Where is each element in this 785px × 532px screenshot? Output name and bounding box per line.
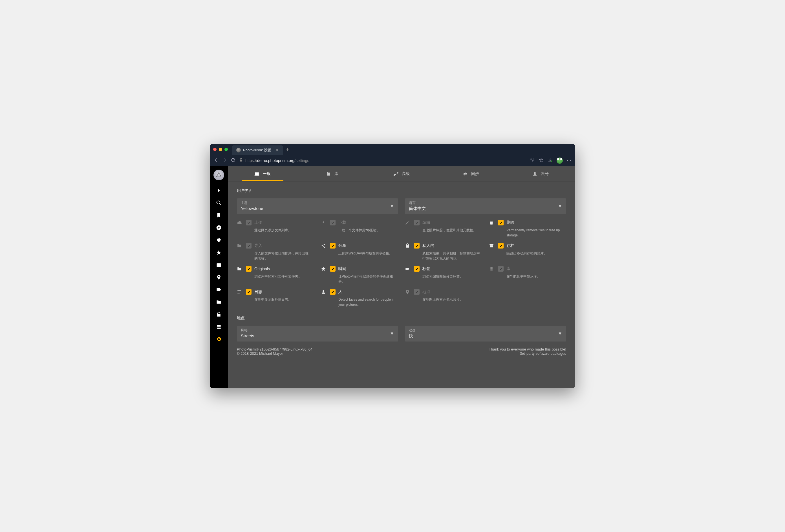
checkbox-upload[interactable] [246, 220, 252, 225]
checkbox-originals[interactable] [246, 266, 252, 272]
option-label: 地点 [422, 289, 430, 294]
svg-point-2 [551, 160, 552, 162]
checkbox-people[interactable] [330, 289, 335, 295]
style-select[interactable]: 风格 Streets ▼ [237, 326, 398, 342]
sidebar-videos[interactable] [213, 222, 224, 233]
checkbox-places[interactable] [414, 289, 420, 295]
browser-tab-active[interactable]: PhotoPrism: 设置 × [232, 145, 283, 155]
app-container: 一般 库 高级 同步 账号 [210, 166, 575, 388]
footer: PhotoPrism® 210526-65b77982-Linux-x86_64… [237, 347, 566, 355]
tab-label: 账号 [541, 171, 549, 177]
select-label: 动画 [409, 328, 562, 333]
profile-avatar[interactable] [557, 158, 563, 164]
option-delete: 删除 Permanently remove files to free up s… [489, 220, 566, 238]
option-label: Originals [254, 267, 270, 271]
option-desc: 浏览库中的索引文件和文件夹。 [254, 274, 314, 279]
close-tab-icon[interactable]: × [276, 148, 278, 153]
sidebar [210, 166, 228, 388]
favicon [236, 148, 241, 153]
checkbox-labels[interactable] [414, 266, 420, 272]
svg-point-11 [323, 290, 324, 292]
main-content: 一般 库 高级 同步 账号 [228, 166, 575, 388]
checkbox-edit[interactable] [414, 220, 420, 225]
version-text: PhotoPrism® 210526-65b77982-Linux-x86_64 [237, 347, 312, 351]
option-label: 人 [338, 289, 342, 294]
theme-select[interactable]: 主题 Yellowstone ▼ [237, 198, 398, 214]
sidebar-settings[interactable] [213, 334, 224, 345]
tab-general[interactable]: 一般 [228, 166, 297, 181]
app-logo[interactable] [213, 170, 224, 180]
back-button[interactable] [214, 158, 219, 164]
option-moments: 瞬间 让PhotoPrism根据过去的事件创建相册。 [321, 266, 398, 284]
forward-button[interactable] [222, 158, 227, 164]
animation-select[interactable]: 动画 快 ▼ [405, 326, 566, 342]
browser-window: PhotoPrism: 设置 × + https://demo.photopri… [210, 144, 575, 388]
checkbox-library[interactable] [498, 266, 504, 272]
sidebar-favorites[interactable] [213, 235, 224, 246]
checkbox-download[interactable] [330, 220, 335, 225]
sidebar-labels[interactable] [213, 284, 224, 295]
sidebar-library[interactable] [213, 321, 224, 332]
select-value: 快 [409, 334, 562, 339]
person-icon [321, 289, 327, 307]
favorite-icon[interactable] [538, 158, 543, 164]
select-label: 风格 [241, 328, 394, 333]
option-desc: 导入的文件将按日期排序，并给出唯一的名称。 [254, 251, 314, 261]
tab-account[interactable]: 账号 [506, 166, 575, 181]
minimize-window[interactable] [219, 148, 222, 151]
close-window[interactable] [213, 148, 217, 151]
sidebar-places[interactable] [213, 272, 224, 283]
language-select[interactable]: 语言 简体中文 ▼ [405, 198, 566, 214]
option-label: 分享 [338, 243, 346, 248]
option-people: 人 Detect faces and search for people in … [321, 289, 398, 307]
section-ui-title: 用户界面 [237, 188, 566, 193]
checkbox-archive[interactable] [498, 243, 504, 248]
tab-sync[interactable]: 同步 [436, 166, 506, 181]
svg-rect-9 [489, 244, 493, 245]
sidebar-albums[interactable] [213, 210, 224, 221]
select-label: 语言 [409, 201, 562, 206]
reload-button[interactable] [231, 158, 236, 164]
option-desc: 浏览和编辑图像分类标签。 [422, 274, 482, 279]
cloud-upload-icon [237, 220, 243, 238]
sidebar-calendar[interactable] [213, 259, 224, 270]
extensions-icon[interactable] [530, 158, 535, 164]
thirdparty-link[interactable]: 3rd-party software packages [520, 351, 566, 355]
option-places: 地点 在地图上搜索并显示照片。 [405, 289, 482, 307]
url-field[interactable]: https://demo.photoprism.org/settings [239, 158, 526, 163]
checkbox-private[interactable] [414, 243, 420, 248]
list-icon [237, 289, 243, 307]
new-tab-button[interactable]: + [286, 146, 289, 153]
tab-library[interactable]: 库 [297, 166, 366, 181]
sidebar-search[interactable] [213, 197, 224, 209]
sidebar-moments[interactable] [213, 247, 224, 258]
menu-icon[interactable]: ⋯ [567, 158, 571, 163]
ui-selects-row: 主题 Yellowstone ▼ 语言 简体中文 ▼ [237, 198, 566, 214]
chevron-down-icon: ▼ [558, 204, 562, 209]
settings-tabs: 一般 库 高级 同步 账号 [228, 166, 575, 182]
toolbar-right: ⋯ [530, 158, 571, 164]
sidebar-private[interactable] [213, 309, 224, 320]
window-controls [213, 148, 228, 151]
options-grid: 上传 通过网页添加文件到库。 下载 下载一个文件并用zip压缩。 [237, 220, 566, 307]
svg-point-7 [324, 244, 325, 245]
checkbox-delete[interactable] [498, 220, 504, 225]
maximize-window[interactable] [224, 148, 228, 151]
pin-icon [405, 289, 411, 307]
places-selects-row: 风格 Streets ▼ 动画 快 ▼ [237, 326, 566, 342]
label-icon [405, 266, 411, 284]
option-desc: 通过网页添加文件到库。 [254, 228, 314, 233]
tab-advanced[interactable]: 高级 [367, 166, 436, 181]
checkbox-share[interactable] [330, 243, 335, 248]
thanks-link[interactable]: Thank you to everyone who made this poss… [489, 347, 566, 351]
option-label: 上传 [254, 220, 262, 225]
option-archive: 存档 隐藏已移动到存档的照片。 [489, 243, 566, 261]
checkbox-logs[interactable] [246, 289, 252, 295]
address-bar: https://demo.photoprism.org/settings ⋯ [210, 155, 575, 166]
chevron-down-icon: ▼ [390, 331, 394, 336]
downloads-icon[interactable] [548, 158, 553, 164]
checkbox-moments[interactable] [330, 266, 335, 272]
sidebar-folders[interactable] [213, 296, 224, 308]
checkbox-import[interactable] [246, 243, 252, 248]
sidebar-expand[interactable] [213, 185, 224, 196]
